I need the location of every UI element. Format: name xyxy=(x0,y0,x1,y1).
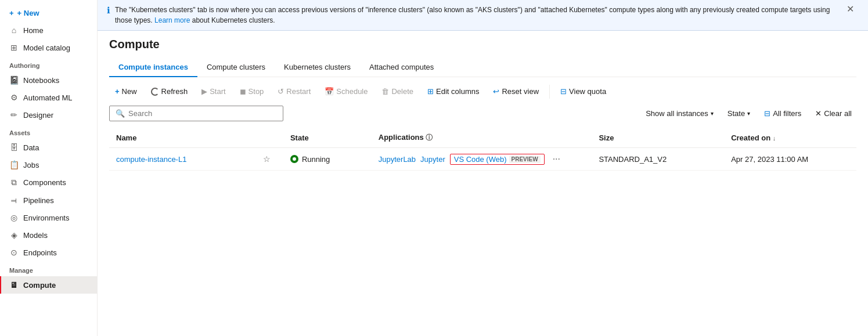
sidebar-item-label: Compute xyxy=(23,281,56,290)
sidebar-item-label: Environments xyxy=(23,214,69,222)
more-apps-button[interactable]: ··· xyxy=(549,153,564,165)
edit-columns-icon: ⊞ xyxy=(427,87,434,96)
tab-kubernetes-clusters[interactable]: Kubernetes clusters xyxy=(275,58,360,77)
col-header-name: Name xyxy=(109,128,256,148)
learn-more-link[interactable]: Learn more xyxy=(154,16,190,24)
filter-bar: 🔍 Show all instances ▾ State ▾ ⊟ All fil… xyxy=(109,106,856,121)
filter-icon: ⊟ xyxy=(764,109,770,118)
col-header-created-on: Created on ↓ xyxy=(724,128,856,148)
toolbar-divider xyxy=(549,85,550,99)
sidebar-new-button[interactable]: + + New xyxy=(0,5,97,21)
cell-state: Running xyxy=(283,148,372,171)
schedule-icon: 📅 xyxy=(325,87,334,96)
plus-icon: + xyxy=(9,9,14,17)
endpoints-icon: ⊙ xyxy=(9,248,19,257)
sidebar-item-models[interactable]: ◈ Models xyxy=(0,226,97,244)
sidebar-item-label: Pipelines xyxy=(23,196,54,205)
sidebar-item-notebooks[interactable]: 📓 Notebooks xyxy=(0,71,97,89)
reset-view-icon: ↩ xyxy=(493,87,499,96)
applications-info-icon[interactable]: ⓘ xyxy=(426,133,433,142)
cell-size: STANDARD_A1_V2 xyxy=(592,148,724,171)
star-icon[interactable]: ☆ xyxy=(263,154,271,164)
delete-button[interactable]: 🗑 Delete xyxy=(376,84,419,99)
sidebar-new-label: + New xyxy=(17,9,39,17)
section-manage: Manage xyxy=(0,261,97,276)
sort-icon[interactable]: ↓ xyxy=(773,135,776,142)
environments-icon: ◎ xyxy=(9,213,19,222)
sidebar-item-label: Designer xyxy=(23,111,53,120)
jupyterlab-link[interactable]: JupyterLab xyxy=(379,155,416,164)
info-banner: ℹ The "Kubernetes clusters" tab is now w… xyxy=(98,0,868,31)
edit-columns-button[interactable]: ⊞ Edit columns xyxy=(422,84,485,99)
reset-view-button[interactable]: ↩ Reset view xyxy=(487,84,545,99)
app-links: JupyterLab Jupyter VS Code (Web) PREVIEW… xyxy=(379,153,585,165)
tab-bar: Compute instances Compute clusters Kuber… xyxy=(109,58,856,77)
col-header-applications: Applications ⓘ xyxy=(372,128,592,148)
banner-close-button[interactable]: ✕ xyxy=(844,5,856,14)
chevron-down-icon: ▾ xyxy=(747,110,750,117)
tab-compute-instances[interactable]: Compute instances xyxy=(109,58,197,77)
search-icon: 🔍 xyxy=(116,109,125,118)
refresh-icon xyxy=(151,88,159,96)
col-header-state: State xyxy=(283,128,372,148)
clear-all-button[interactable]: ✕ Clear all xyxy=(811,107,856,120)
preview-tag: PREVIEW xyxy=(509,156,541,163)
restart-icon: ↺ xyxy=(278,87,284,96)
new-button[interactable]: + New xyxy=(109,84,143,99)
all-filters-button[interactable]: ⊟ All filters xyxy=(759,107,806,120)
table-row: compute-instance-L1 ☆ Running xyxy=(109,148,856,171)
sidebar-item-compute[interactable]: 🖥 Compute xyxy=(0,276,97,294)
sidebar-item-label: Home xyxy=(23,26,44,35)
sidebar-item-endpoints[interactable]: ⊙ Endpoints xyxy=(0,244,97,261)
jupyter-link[interactable]: Jupyter xyxy=(420,155,445,164)
search-input[interactable] xyxy=(128,109,277,118)
banner-text: The "Kubernetes clusters" tab is now whe… xyxy=(115,5,840,26)
cell-star: ☆ xyxy=(256,148,283,171)
state-label: Running xyxy=(302,155,330,164)
sidebar-item-label: Jobs xyxy=(23,161,39,169)
vscode-badge[interactable]: VS Code (Web) PREVIEW xyxy=(450,154,545,165)
instance-name-link[interactable]: compute-instance-L1 xyxy=(116,155,186,164)
sidebar-item-data[interactable]: 🗄 Data xyxy=(0,139,97,156)
sidebar-item-label: Automated ML xyxy=(23,93,73,102)
components-icon: ⧉ xyxy=(9,178,19,187)
sidebar-item-pipelines[interactable]: ⫤ Pipelines xyxy=(0,192,97,209)
sidebar-item-designer[interactable]: ✏ Designer xyxy=(0,106,97,124)
chevron-down-icon: ▾ xyxy=(711,110,714,117)
show-all-instances-dropdown[interactable]: Show all instances ▾ xyxy=(641,107,718,120)
vscode-link[interactable]: VS Code (Web) xyxy=(454,155,507,164)
sidebar-item-components[interactable]: ⧉ Components xyxy=(0,174,97,192)
sidebar-item-label: Components xyxy=(23,178,66,187)
stop-button[interactable]: ◼ Stop xyxy=(234,84,270,99)
sidebar-item-model-catalog[interactable]: ⊞ Model catalog xyxy=(0,39,97,56)
sidebar-item-automated-ml[interactable]: ⚙ Automated ML xyxy=(0,89,97,106)
view-quota-icon: ⊟ xyxy=(560,87,567,96)
sidebar-item-label: Model catalog xyxy=(23,44,70,52)
search-box[interactable]: 🔍 xyxy=(109,106,283,121)
tab-compute-clusters[interactable]: Compute clusters xyxy=(197,58,275,77)
page-title: Compute xyxy=(109,38,856,51)
sidebar-item-environments[interactable]: ◎ Environments xyxy=(0,209,97,226)
plus-icon: + xyxy=(115,87,120,96)
state-dropdown[interactable]: State ▾ xyxy=(723,107,755,120)
delete-icon: 🗑 xyxy=(381,87,389,96)
compute-icon: 🖥 xyxy=(9,280,19,290)
cell-created-on: Apr 27, 2023 11:00 AM xyxy=(724,148,856,171)
sidebar-item-home[interactable]: ⌂ Home xyxy=(0,21,97,39)
restart-button[interactable]: ↺ Restart xyxy=(272,84,316,99)
sidebar-item-label: Endpoints xyxy=(23,248,57,257)
refresh-button[interactable]: Refresh xyxy=(145,84,194,99)
models-icon: ◈ xyxy=(9,230,19,240)
schedule-button[interactable]: 📅 Schedule xyxy=(319,84,373,99)
sidebar-item-label: Models xyxy=(23,231,48,240)
state-running-indicator: Running xyxy=(290,155,365,164)
section-assets: Assets xyxy=(0,124,97,139)
main-content: ℹ The "Kubernetes clusters" tab is now w… xyxy=(98,0,868,336)
tab-attached-computes[interactable]: Attached computes xyxy=(360,58,443,77)
sidebar-item-jobs[interactable]: 📋 Jobs xyxy=(0,156,97,174)
designer-icon: ✏ xyxy=(9,110,19,120)
toolbar: + New Refresh ▶ Start ◼ Stop ↺ Restart 📅 xyxy=(109,84,856,99)
home-icon: ⌂ xyxy=(9,26,19,35)
start-button[interactable]: ▶ Start xyxy=(196,84,231,99)
view-quota-button[interactable]: ⊟ View quota xyxy=(554,84,612,99)
